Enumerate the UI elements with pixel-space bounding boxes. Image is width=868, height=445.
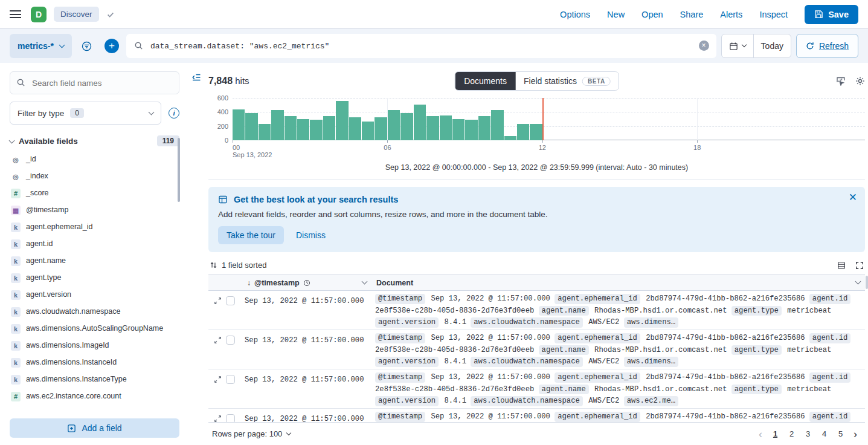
histogram-bar[interactable] <box>259 124 271 140</box>
histogram-bar[interactable] <box>530 124 542 140</box>
header-link-options[interactable]: Options <box>560 10 590 19</box>
expand-row-icon[interactable] <box>214 415 222 422</box>
header-link-share[interactable]: Share <box>680 10 704 19</box>
breadcrumb[interactable]: Discover <box>54 7 99 22</box>
page-1[interactable]: 1 <box>768 426 783 441</box>
expand-row-icon[interactable] <box>214 297 222 305</box>
available-fields-header[interactable]: Available fields 119 <box>10 135 179 146</box>
display-options-icon[interactable] <box>837 261 846 270</box>
row-controls <box>208 409 242 422</box>
histogram-bar[interactable] <box>233 109 245 140</box>
page-3[interactable]: 3 <box>800 426 815 441</box>
gear-icon[interactable] <box>855 76 865 86</box>
field-item[interactable]: ▦@timestamp <box>10 202 179 219</box>
field-item[interactable]: kaws.dimensions.AutoScalingGroupName <box>10 320 179 337</box>
histogram-plot[interactable] <box>233 98 865 140</box>
fullscreen-icon[interactable] <box>855 261 864 270</box>
refresh-button[interactable]: Refresh <box>796 34 858 58</box>
info-icon[interactable]: i <box>169 108 179 119</box>
histogram-bar[interactable] <box>349 117 361 141</box>
histogram-bar[interactable] <box>465 120 477 140</box>
collapse-sidebar-icon[interactable] <box>191 73 201 82</box>
histogram-bar[interactable] <box>245 113 257 141</box>
histogram-bar[interactable] <box>375 117 387 141</box>
field-item[interactable]: ◎_id <box>10 151 179 168</box>
histogram-bars <box>233 98 542 140</box>
chevron-down-icon[interactable] <box>855 279 861 285</box>
date-picker-button[interactable] <box>722 34 753 57</box>
histogram-bar[interactable] <box>491 110 503 140</box>
histogram-bar[interactable] <box>388 110 400 140</box>
add-filter-button[interactable]: + <box>104 39 119 53</box>
tab-field-statistics[interactable]: Field statistics BETA <box>516 72 619 90</box>
field-item[interactable]: kagent.id <box>10 236 179 253</box>
field-item[interactable]: ◎_index <box>10 168 179 185</box>
saved-query-filter-icon[interactable] <box>77 34 97 58</box>
field-item[interactable]: #_score <box>10 185 179 202</box>
tab-documents[interactable]: Documents <box>455 72 516 90</box>
field-item[interactable]: kaws.dimensions.ImageId <box>10 337 179 354</box>
timestamp-column-header[interactable]: ↓ @timestamp <box>242 275 371 290</box>
dismiss-button[interactable]: Dismiss <box>296 230 326 240</box>
next-page-icon[interactable]: › <box>849 429 861 440</box>
row-checkbox[interactable] <box>226 414 235 422</box>
query-input[interactable] <box>126 34 716 58</box>
sidebar-scrollbar[interactable] <box>178 138 180 202</box>
close-icon[interactable]: ✕ <box>849 192 857 203</box>
expand-row-icon[interactable] <box>214 336 222 344</box>
histogram-bar[interactable] <box>440 115 452 140</box>
take-tour-button[interactable]: Take the tour <box>218 226 284 244</box>
histogram-bar[interactable] <box>285 116 297 140</box>
field-item[interactable]: kagent.type <box>10 270 179 287</box>
header-link-open[interactable]: Open <box>641 10 663 19</box>
histogram-bar[interactable] <box>426 116 439 140</box>
header-link-alerts[interactable]: Alerts <box>720 10 742 19</box>
data-view-picker[interactable]: metrics-* <box>10 34 72 58</box>
histogram-bar[interactable] <box>452 119 465 140</box>
field-item[interactable]: #aws.ec2.instance.core.count <box>10 388 179 405</box>
row-checkbox[interactable] <box>226 336 235 345</box>
field-item[interactable]: kagent.version <box>10 287 179 304</box>
hamburger-menu-icon[interactable] <box>10 10 21 18</box>
page-5[interactable]: 5 <box>833 426 848 441</box>
page-2[interactable]: 2 <box>784 426 799 441</box>
histogram-bar[interactable] <box>504 136 516 140</box>
space-avatar[interactable]: D <box>31 7 47 22</box>
histogram-bar[interactable] <box>297 119 309 140</box>
histogram-bar[interactable] <box>478 116 490 140</box>
document-column-header[interactable]: Document <box>371 275 865 290</box>
histogram-bar[interactable] <box>517 124 529 140</box>
field-item[interactable]: kaws.dimensions.InstanceType <box>10 371 179 388</box>
row-checkbox[interactable] <box>226 375 235 384</box>
header-link-inspect[interactable]: Inspect <box>759 10 788 19</box>
previous-page-icon[interactable]: ‹ <box>754 429 767 440</box>
expand-row-icon[interactable] <box>214 375 222 383</box>
field-item[interactable]: kagent.ephemeral_id <box>10 219 179 236</box>
field-item[interactable]: kaws.dimensions.InstanceId <box>10 354 179 371</box>
field-search-input[interactable] <box>10 71 179 94</box>
date-shortcut-button[interactable]: Today <box>753 34 791 57</box>
row-checkbox[interactable] <box>226 296 235 305</box>
page-4[interactable]: 4 <box>817 426 832 441</box>
sorted-fields-button[interactable]: 1 field sorted <box>210 261 266 270</box>
add-field-button[interactable]: Add a field <box>10 418 179 438</box>
histogram-bar[interactable] <box>400 113 413 141</box>
clear-query-icon[interactable]: × <box>699 41 709 51</box>
chevron-down-icon[interactable] <box>362 279 368 285</box>
header-links: OptionsNewOpenShareAlertsInspect <box>560 10 788 19</box>
histogram-bar[interactable] <box>336 101 348 140</box>
rows-per-page-button[interactable]: Rows per page: 100 <box>212 429 291 438</box>
field-item[interactable]: kaws.cloudwatch.namespace <box>10 304 179 320</box>
chart-options-icon[interactable] <box>836 76 846 86</box>
histogram-bar[interactable] <box>310 120 322 140</box>
field-item[interactable]: kagent.name <box>10 253 179 270</box>
histogram-bar[interactable] <box>362 122 374 141</box>
header-link-new[interactable]: New <box>607 10 625 19</box>
histogram-bar[interactable] <box>323 116 335 140</box>
table-row: Sep 13, 2022 @ 11:57:00.000@timestamp Se… <box>208 409 865 422</box>
histogram-bar[interactable] <box>271 110 283 140</box>
grid-scrollbar[interactable] <box>866 276 868 289</box>
save-button[interactable]: Save <box>805 5 858 24</box>
histogram-bar[interactable] <box>414 105 426 141</box>
filter-by-type-select[interactable]: Filter by type 0 <box>10 102 161 125</box>
